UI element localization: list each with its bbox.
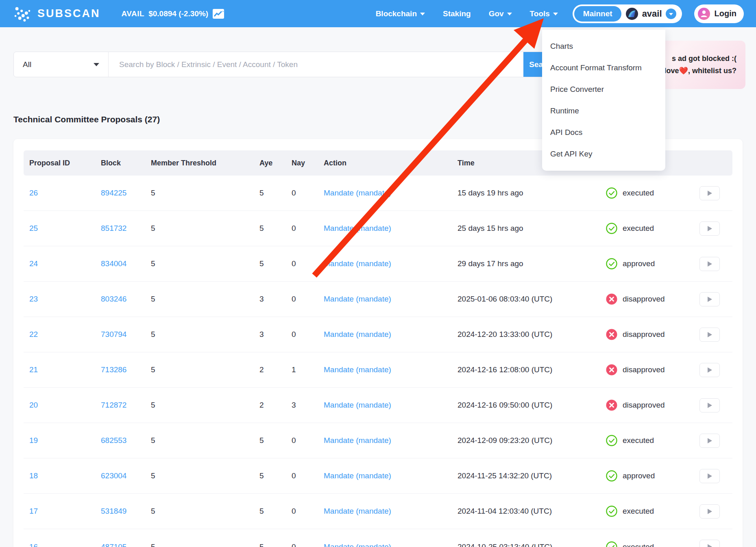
proposal-id-link[interactable]: 22 [29, 330, 38, 339]
table-body: 26 894225 5 5 0 Mandate (mandate) 15 day… [24, 176, 732, 547]
proposal-id-link[interactable]: 19 [29, 436, 38, 445]
proposals-table-card: Proposal IDBlockMember ThresholdAyeNayAc… [13, 139, 743, 547]
row-detail-button[interactable] [699, 221, 720, 236]
block-link[interactable]: 682553 [101, 436, 126, 445]
proposal-id-link[interactable]: 23 [29, 295, 38, 303]
time-value: 15 days 19 hrs ago [458, 189, 606, 198]
nay-value: 1 [292, 365, 324, 374]
status-icon [606, 470, 617, 482]
login-button[interactable]: Login [694, 4, 744, 23]
block-link[interactable]: 894225 [101, 189, 126, 197]
block-link[interactable]: 623004 [101, 471, 126, 480]
status-badge: executed [606, 223, 699, 234]
row-detail-button[interactable] [699, 434, 720, 448]
row-detail-button[interactable] [699, 540, 720, 547]
block-link[interactable]: 531849 [101, 507, 126, 515]
action-link[interactable]: Mandate (mandate) [324, 436, 391, 445]
block-link[interactable]: 730794 [101, 330, 126, 339]
page-title: Technical Committee Proposals (27) [13, 115, 160, 124]
row-detail-button[interactable] [699, 328, 720, 342]
row-detail-button[interactable] [699, 469, 720, 483]
status-badge: disapproved [606, 399, 699, 411]
menu-item-get-api-key[interactable]: Get API Key [542, 143, 665, 165]
nav-item-tools[interactable]: Tools [530, 9, 558, 18]
row-detail-button[interactable] [699, 363, 720, 377]
menu-item-charts[interactable]: Charts [542, 36, 665, 57]
row-detail-button[interactable] [699, 398, 720, 412]
table-row: 19 682553 5 5 0 Mandate (mandate) 2024-1… [24, 423, 732, 458]
filter-caret-icon [94, 63, 99, 66]
action-link[interactable]: Mandate (mandate) [324, 507, 391, 515]
menu-item-account-format-transform[interactable]: Account Format Transform [542, 57, 665, 79]
block-link[interactable]: 712872 [101, 401, 126, 409]
subscan-logo[interactable]: SUBSCAN [12, 4, 100, 24]
nay-value: 0 [292, 259, 324, 268]
status-label: approved [623, 259, 655, 268]
member-threshold-value: 5 [151, 330, 259, 339]
menu-item-api-docs[interactable]: API Docs [542, 122, 665, 143]
play-icon [707, 367, 712, 373]
proposal-id-link[interactable]: 18 [29, 471, 38, 480]
action-link[interactable]: Mandate (mandate) [324, 330, 391, 339]
block-link[interactable]: 803246 [101, 295, 126, 303]
status-badge: approved [606, 470, 699, 482]
avail-logo-icon [625, 7, 638, 20]
network-dropdown[interactable]: avail [625, 7, 680, 20]
status-badge: disapproved [606, 364, 699, 376]
token-name: AVAIL [122, 9, 145, 18]
member-threshold-value: 5 [151, 365, 259, 374]
proposal-id-link[interactable]: 16 [29, 543, 38, 547]
block-link[interactable]: 851732 [101, 224, 126, 232]
aye-value: 5 [259, 224, 292, 233]
proposal-id-link[interactable]: 17 [29, 507, 38, 515]
status-label: executed [623, 436, 654, 445]
row-detail-button[interactable] [699, 186, 720, 200]
aye-value: 2 [259, 401, 292, 410]
action-link[interactable]: Mandate (mandate) [324, 295, 391, 303]
search-filter-select[interactable]: All [14, 52, 109, 77]
proposal-id-link[interactable]: 20 [29, 401, 38, 409]
block-link[interactable]: 834004 [101, 259, 126, 268]
proposal-id-link[interactable]: 25 [29, 224, 38, 232]
action-link[interactable]: Mandate (mandate) [324, 259, 391, 268]
action-link[interactable]: Mandate (mandate) [324, 543, 391, 547]
column-header: Nay [292, 159, 324, 167]
table-row: 17 531849 5 5 0 Mandate (mandate) 2024-1… [24, 494, 732, 529]
mainnet-button[interactable]: Mainnet [574, 6, 621, 22]
aye-value: 5 [259, 543, 292, 547]
action-link[interactable]: Mandate (mandate) [324, 189, 391, 197]
status-icon [606, 399, 617, 411]
table-row: 24 834004 5 5 0 Mandate (mandate) 29 day… [24, 246, 732, 282]
aye-value: 5 [259, 436, 292, 445]
price-chart-icon[interactable] [212, 9, 224, 19]
play-icon [707, 402, 712, 408]
status-label: executed [623, 189, 654, 198]
proposal-id-link[interactable]: 24 [29, 259, 38, 268]
table-row: 20 712872 5 2 3 Mandate (mandate) 2024-1… [24, 388, 732, 423]
caret-down-icon [553, 13, 558, 15]
row-detail-button[interactable] [699, 257, 720, 271]
action-link[interactable]: Mandate (mandate) [324, 224, 391, 232]
proposal-id-link[interactable]: 26 [29, 189, 38, 197]
nav-item-staking[interactable]: Staking [443, 9, 471, 18]
time-value: 2024-11-04 12:03:40 (UTC) [458, 507, 606, 516]
action-link[interactable]: Mandate (mandate) [324, 471, 391, 480]
nav-item-gov[interactable]: Gov [489, 9, 512, 18]
time-value: 2024-10-25 03:13:40 (UTC) [458, 543, 606, 547]
time-value: 2024-12-16 12:08:00 (UTC) [458, 365, 606, 374]
status-icon [606, 258, 617, 269]
nay-value: 0 [292, 224, 324, 233]
row-detail-button[interactable] [699, 504, 720, 519]
menu-item-runtime[interactable]: Runtime [542, 100, 665, 122]
row-detail-button[interactable] [699, 292, 720, 306]
menu-item-price-converter[interactable]: Price Converter [542, 79, 665, 100]
nav-item-blockchain[interactable]: Blockchain [376, 9, 425, 18]
block-link[interactable]: 487105 [101, 543, 126, 547]
action-link[interactable]: Mandate (mandate) [324, 365, 391, 374]
action-link[interactable]: Mandate (mandate) [324, 401, 391, 409]
block-link[interactable]: 713286 [101, 365, 126, 374]
search-input[interactable] [109, 52, 523, 77]
proposal-id-link[interactable]: 21 [29, 365, 38, 374]
status-badge: executed [606, 187, 699, 199]
caret-down-icon [420, 13, 425, 15]
